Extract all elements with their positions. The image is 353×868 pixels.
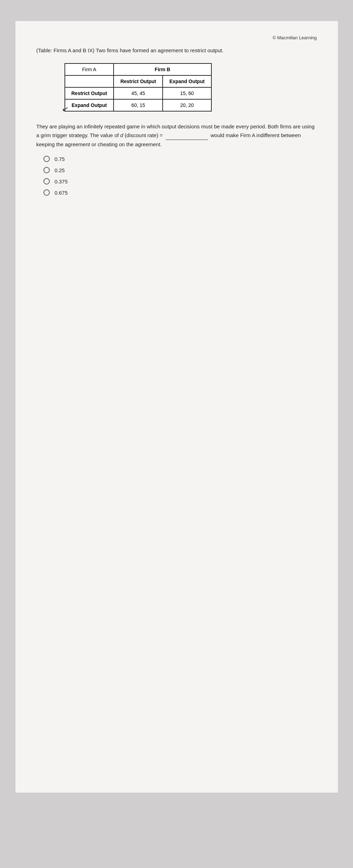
option-label-1: 0.25	[55, 167, 65, 173]
arrow-icon: ↙	[61, 104, 69, 114]
answer-blank	[166, 140, 208, 140]
game-matrix-table: Firm A Firm B Restrict Output Expand Out…	[65, 63, 212, 112]
option-label-2: 0.375	[55, 179, 68, 184]
list-item: 0.375	[43, 178, 317, 184]
intro-text: (Table: Firms A and B IX) Two firms have…	[36, 47, 317, 55]
radio-button[interactable]	[43, 167, 50, 173]
option-label-0: 0.75	[55, 156, 65, 162]
empty-corner	[65, 75, 114, 87]
option-label-3: 0.675	[55, 190, 68, 196]
copyright: © Macmillan Learning	[36, 35, 317, 40]
question-body: They are playing an infinitely repeated …	[36, 122, 317, 149]
answer-options: 0.75 0.25 0.375 0.675	[36, 156, 317, 196]
page-container: © Macmillan Learning (Table: Firms A and…	[15, 21, 338, 793]
row-label-expand: Expand Output	[65, 99, 114, 111]
row-label-restrict: Restrict Output	[65, 87, 114, 99]
list-item: 0.25	[43, 167, 317, 173]
table-row: Expand Output 60, 15 20, 20	[65, 99, 211, 111]
list-item: 0.675	[43, 189, 317, 196]
cell-rr: 45, 45	[114, 87, 163, 99]
game-matrix-wrapper: Firm A Firm B Restrict Output Expand Out…	[36, 63, 317, 112]
d-variable: d	[120, 132, 123, 138]
radio-button[interactable]	[43, 189, 50, 196]
col-header-expand: Expand Output	[163, 75, 211, 87]
discount-label: (discount rate) =	[125, 132, 163, 138]
firm-b-header: Firm B	[114, 63, 211, 75]
list-item: 0.75	[43, 156, 317, 162]
col-header-restrict: Restrict Output	[114, 75, 163, 87]
radio-button[interactable]	[43, 156, 50, 162]
table-row: Restrict Output 45, 45 15, 60	[65, 87, 211, 99]
firm-a-label: Firm A	[82, 67, 96, 72]
corner-cell: Firm A	[65, 63, 114, 75]
cell-ee: 20, 20	[163, 99, 211, 111]
cell-re: 15, 60	[163, 87, 211, 99]
cell-er: 60, 15	[114, 99, 163, 111]
radio-button[interactable]	[43, 178, 50, 184]
question-paragraph: They are playing an infinitely repeated …	[36, 122, 317, 149]
